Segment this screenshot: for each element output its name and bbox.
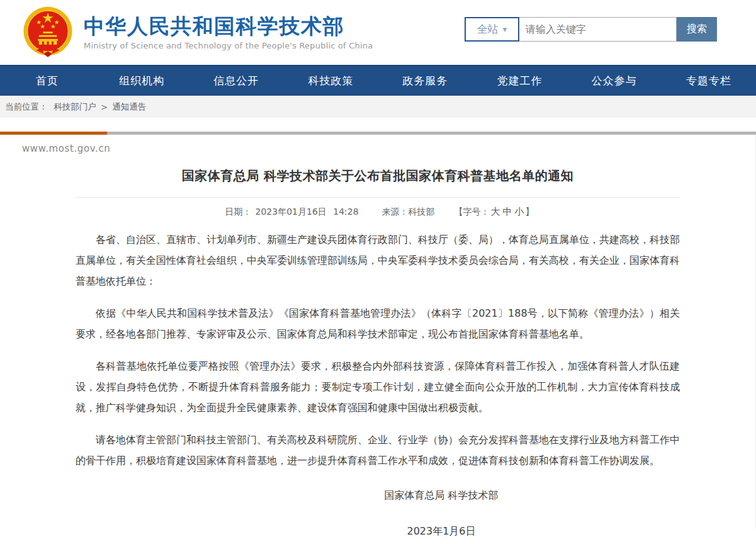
nav-item-scitech-policy[interactable]: 科技政策 (283, 66, 378, 96)
article-title: 国家体育总局 科学技术部关于公布首批国家体育科普基地名单的通知 (76, 167, 680, 184)
paragraph-call-to-action: 请各地体育主管部门和科技主管部门、有关高校及科研院所、企业、行业学（协）会充分发… (76, 429, 680, 471)
nav-item-public-participation[interactable]: 公众参与 (567, 66, 662, 96)
breadcrumb-separator: > (101, 102, 108, 112)
search-scope-dropdown[interactable]: 全站 ▼ (465, 17, 519, 42)
nav-item-info-disclosure[interactable]: 信息公开 (189, 66, 283, 96)
brand-titles: 中华人民共和国科学技术部 Ministry of Science and Tec… (84, 14, 373, 51)
meta-time-value: 14:28 (333, 207, 358, 217)
nav-item-party-building[interactable]: 党建工作 (473, 66, 567, 96)
content-panel: www.most.gov.cn 国家体育总局 科学技术部关于公布首批国家体育科普… (0, 135, 756, 528)
accent-rule (0, 132, 756, 135)
font-size-medium-link[interactable]: 中 (502, 206, 512, 217)
search-input[interactable] (519, 17, 677, 42)
national-emblem-logo (21, 6, 74, 60)
paragraph-requirements: 各科普基地依托单位要严格按照《管理办法》要求，积极整合内外部科技资源，保障体育科… (76, 356, 680, 418)
meta-date-label: 日期： (225, 207, 252, 217)
site-title-en: Ministry of Science and Technology of th… (84, 41, 373, 50)
meta-date-value: 2023年01月16日 (256, 207, 327, 217)
meta-source-value: 科技部 (409, 207, 435, 217)
breadcrumb-label: 当前位置： (5, 101, 48, 113)
article-body: 各省、自治区、直辖市、计划单列市、新疆生产建设兵团体育行政部门、科技厅（委、局）… (76, 229, 680, 471)
search-scope-label: 全站 (477, 22, 499, 37)
meta-source-label: 来源： (382, 207, 409, 217)
nav-item-gov-services[interactable]: 政务服务 (378, 66, 473, 96)
font-size-prefix: 【字号： (454, 207, 489, 217)
article-meta: 日期：2023年01月16日 14:28 来源：科技部 【字号：大中小】 (76, 206, 680, 218)
font-size-small-link[interactable]: 小 (514, 206, 524, 217)
site-header: 中华人民共和国科学技术部 Ministry of Science and Tec… (0, 0, 756, 65)
chevron-down-icon: ▼ (503, 26, 507, 33)
nav-item-special-topics[interactable]: 专题专栏 (662, 66, 756, 96)
breadcrumb-item-portal[interactable]: 科技部门户 (54, 101, 97, 113)
article-signature: 国家体育总局 科学技术部 (76, 485, 680, 506)
breadcrumb-item-notices[interactable]: 通知通告 (112, 101, 146, 113)
header-content-gap (0, 118, 756, 132)
article-sign-date: 2023年1月6日 (76, 521, 680, 541)
article: 国家体育总局 科学技术部关于公布首批国家体育科普基地名单的通知 日期：2023年… (76, 167, 680, 541)
accent-rule-orange (0, 132, 107, 135)
font-size-suffix: 】 (525, 207, 534, 217)
site-title-cn: 中华人民共和国科学技术部 (84, 14, 373, 38)
breadcrumb: 当前位置： 科技部门户 > 通知通告 (0, 96, 756, 118)
search-button[interactable]: 搜索 (677, 17, 717, 42)
nav-item-home[interactable]: 首页 (0, 66, 94, 96)
title-divider (76, 197, 680, 198)
paragraph-recipients: 各省、自治区、直辖市、计划单列市、新疆生产建设兵团体育行政部门、科技厅（委、局）… (76, 229, 680, 292)
accent-rule-gray (107, 132, 756, 135)
paragraph-basis: 依据《中华人民共和国科学技术普及法》《国家体育科普基地管理办法》（体科字〔202… (76, 303, 680, 344)
font-size-large-link[interactable]: 大 (490, 206, 500, 217)
search-bar: 全站 ▼ 搜索 (465, 17, 717, 42)
nav-item-organization[interactable]: 组织机构 (94, 66, 189, 96)
site-url: www.most.gov.cn (0, 135, 755, 154)
main-nav: 首页 组织机构 信息公开 科技政策 政务服务 党建工作 公众参与 专题专栏 (0, 65, 756, 96)
